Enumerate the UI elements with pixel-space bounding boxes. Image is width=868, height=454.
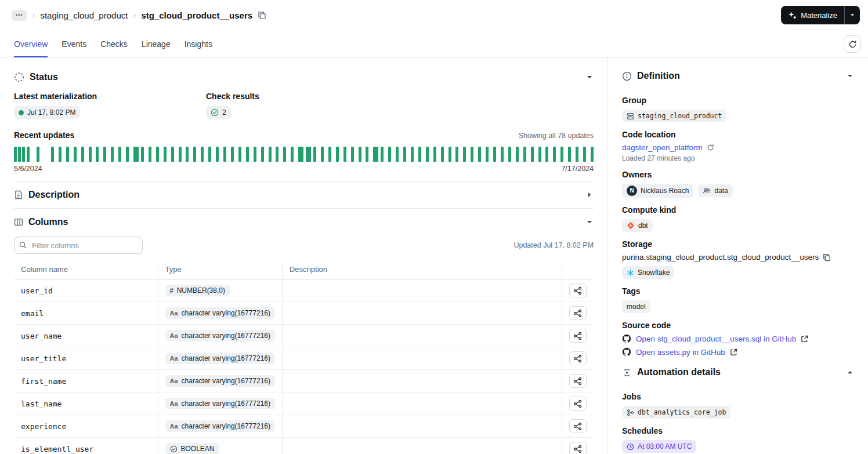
columns-section-title: Columns	[28, 217, 68, 227]
group-badge[interactable]: staging_cloud_product	[622, 110, 726, 122]
update-tick	[568, 147, 571, 162]
update-tick	[306, 147, 311, 162]
update-tick	[118, 147, 121, 162]
recent-updates-label: Recent updates	[14, 130, 74, 140]
column-action-cell	[562, 370, 594, 393]
materialize-button-label: Materialize	[801, 11, 837, 20]
column-name-cell: first_name	[14, 370, 158, 393]
update-tick	[418, 147, 421, 162]
update-tick	[141, 147, 144, 162]
tab-insights[interactable]: Insights	[185, 30, 212, 57]
column-row: last_name Aacharacter varying(16777216)	[14, 393, 594, 415]
view-column-lineage-button[interactable]	[569, 374, 587, 388]
update-tick	[27, 147, 30, 162]
description-section-header[interactable]: Description	[14, 181, 594, 208]
breadcrumb-group-link[interactable]: staging_cloud_product	[40, 10, 128, 20]
breadcrumb-root-button[interactable]: •••	[12, 10, 27, 21]
update-tick	[545, 147, 548, 162]
tag-badge[interactable]: model	[622, 300, 650, 313]
type-header: Type	[158, 262, 282, 279]
update-tick	[18, 147, 21, 162]
breadcrumb: ••• › staging_cloud_product › stg_cloud_…	[12, 10, 266, 21]
column-name-cell: email	[14, 302, 158, 325]
update-tick	[343, 147, 346, 162]
columns-table-head: Column name Type Description	[14, 262, 594, 279]
status-section: Status Latest materialization Jul 17, 8:…	[14, 64, 594, 173]
jobs-label: Jobs	[622, 392, 854, 401]
type-badge: Aacharacter varying(16777216)	[165, 398, 275, 409]
compute-kind-badge[interactable]: dbt	[622, 219, 653, 232]
check-results-badge[interactable]: 2	[206, 106, 231, 119]
materialize-dropdown-button[interactable]	[844, 6, 860, 24]
column-action-cell	[562, 347, 594, 370]
copy-storage-icon[interactable]	[823, 253, 831, 261]
description-section-title: Description	[28, 190, 79, 200]
update-tick	[591, 147, 594, 162]
source-code-link[interactable]: Open assets.py in GitHub	[636, 348, 725, 357]
update-tick	[455, 147, 458, 162]
definition-section-header[interactable]: Definition	[622, 64, 854, 88]
view-column-lineage-button[interactable]	[569, 306, 587, 320]
storage-kind-badge[interactable]: Snowflake	[622, 266, 674, 279]
column-row: user_title Aacharacter varying(16777216)	[14, 347, 594, 370]
update-tick	[74, 147, 77, 162]
owner-user-badge[interactable]: NNicklaus Roach	[622, 184, 693, 198]
update-tick	[478, 147, 481, 162]
schedule-badge[interactable]: At 03:00 AM UTC	[622, 440, 696, 453]
copy-asset-name-icon[interactable]	[258, 11, 266, 20]
storage-value: purina.staging_cloud_product.stg_cloud_p…	[622, 253, 819, 261]
update-tick	[523, 147, 526, 162]
lineage-icon	[573, 377, 582, 386]
automation-section-header[interactable]: Automation details	[622, 360, 854, 384]
text-type-icon: Aa	[170, 310, 178, 317]
update-tick	[254, 147, 256, 162]
update-tick	[298, 147, 303, 162]
chevron-separator-icon: ›	[32, 10, 35, 20]
column-description-cell	[282, 415, 562, 438]
column-name-cell: is_elementl_user	[14, 438, 158, 454]
column-action-cell	[562, 279, 594, 302]
tab-lineage[interactable]: Lineage	[142, 30, 171, 57]
update-tick	[246, 147, 249, 162]
reload-location-icon[interactable]	[707, 144, 714, 151]
update-tick	[81, 147, 84, 162]
code-location-link[interactable]: dagster_open_platform	[622, 143, 703, 152]
materialize-button[interactable]: Materialize	[781, 6, 844, 24]
column-row: experience Aacharacter varying(16777216)	[14, 415, 594, 438]
latest-materialization-field: Latest materialization Jul 17, 8:02 PM	[14, 92, 206, 119]
view-column-lineage-button[interactable]	[569, 419, 587, 433]
content: Status Latest materialization Jul 17, 8:…	[0, 58, 868, 454]
tab-overview[interactable]: Overview	[14, 30, 48, 57]
source-code-link[interactable]: Open stg_cloud_product__users.sql in Git…	[636, 335, 796, 343]
update-tick	[156, 147, 159, 162]
refresh-button[interactable]	[844, 35, 861, 53]
update-tick	[193, 147, 196, 162]
view-column-lineage-button[interactable]	[569, 284, 587, 297]
view-column-lineage-button[interactable]	[569, 442, 587, 454]
view-column-lineage-button[interactable]	[569, 351, 587, 365]
update-tick	[22, 147, 25, 162]
tab-events[interactable]: Events	[62, 30, 86, 57]
update-tick	[208, 147, 211, 162]
update-tick	[179, 147, 182, 162]
columns-section-header[interactable]: Columns	[14, 209, 594, 235]
update-tick	[449, 147, 451, 162]
recent-updates-timeline[interactable]	[14, 146, 594, 162]
owner-team-badge[interactable]: data	[698, 184, 732, 197]
status-section-header[interactable]: Status	[14, 64, 594, 90]
chevron-separator-icon: ›	[133, 10, 136, 20]
update-tick	[37, 147, 39, 162]
refresh-icon	[848, 40, 857, 49]
view-column-lineage-button[interactable]	[569, 329, 587, 343]
schedules-list: At 03:00 AM UTC	[622, 440, 854, 453]
latest-materialization-badge[interactable]: Jul 17, 8:02 PM	[14, 106, 80, 119]
tab-checks[interactable]: Checks	[100, 30, 128, 57]
job-badge[interactable]: dbt_analytics_core_job	[622, 406, 730, 419]
filter-columns-input[interactable]	[14, 237, 143, 254]
source-links: Open stg_cloud_product__users.sql in Git…	[622, 334, 854, 357]
view-column-lineage-button[interactable]	[569, 397, 587, 411]
text-type-icon: Aa	[170, 332, 178, 339]
columns-controls: Updated Jul 17, 8:02 PM	[14, 237, 594, 254]
github-icon	[622, 347, 631, 357]
source-link-row: Open stg_cloud_product__users.sql in Git…	[622, 334, 854, 343]
